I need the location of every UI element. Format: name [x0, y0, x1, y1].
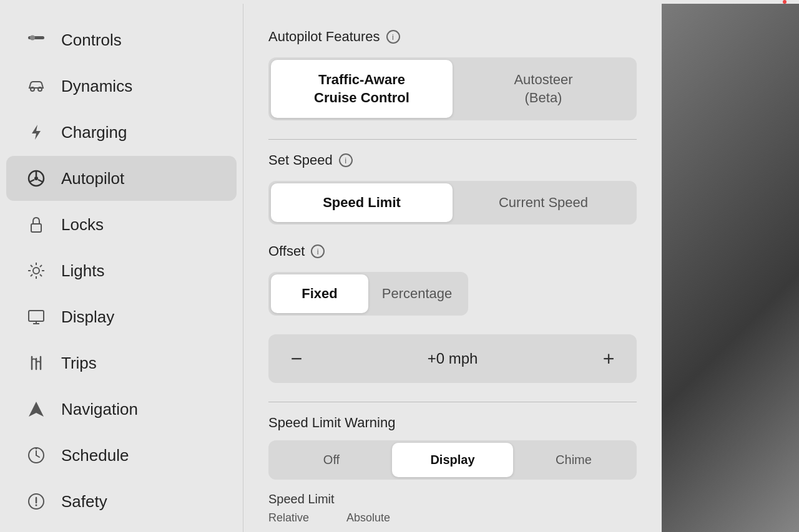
sidebar-item-controls[interactable]: Controls: [6, 17, 237, 62]
warning-off-button[interactable]: Off: [271, 443, 392, 477]
svg-line-8: [38, 180, 43, 182]
right-panel: [662, 4, 799, 532]
sidebar-label-trips: Trips: [61, 354, 97, 373]
svg-point-28: [36, 505, 37, 506]
sidebar-label-safety: Safety: [61, 492, 107, 511]
svg-line-17: [40, 265, 42, 267]
schedule-icon: [25, 444, 47, 467]
autopilot-features-title: Autopilot Features: [268, 29, 380, 45]
svg-line-7: [29, 180, 34, 182]
car-icon: [25, 75, 47, 97]
trips-icon: [25, 352, 47, 374]
offset-title: Offset: [268, 243, 305, 259]
sidebar-label-locks: Locks: [61, 215, 104, 235]
svg-point-1: [30, 36, 35, 41]
sidebar-item-lights[interactable]: Lights: [6, 248, 237, 293]
stepper-plus-button[interactable]: +: [593, 343, 624, 374]
set-speed-header: Set Speed i: [268, 152, 637, 168]
svg-point-10: [33, 268, 39, 274]
toggle-icon: [25, 29, 47, 51]
warning-display-button[interactable]: Display: [392, 443, 513, 477]
tacc-button[interactable]: Traffic-Aware Cruise Control: [271, 60, 453, 118]
svg-line-18: [31, 274, 32, 276]
svg-line-24: [36, 455, 39, 457]
svg-line-16: [40, 274, 42, 276]
svg-rect-9: [31, 224, 41, 232]
set-speed-title: Set Speed: [268, 152, 333, 168]
offset-header: Offset i: [268, 243, 637, 259]
svg-rect-19: [29, 311, 44, 321]
speed-limit-bottom-title: Speed Limit: [268, 492, 637, 506]
svg-point-25: [36, 448, 37, 450]
sidebar-label-charging: Charging: [61, 123, 127, 142]
autopilot-features-info-icon[interactable]: i: [386, 30, 400, 44]
sidebar-label-navigation: Navigation: [61, 400, 138, 419]
sidebar-label-dynamics: Dynamics: [61, 77, 132, 96]
autopilot-features-toggle: Traffic-Aware Cruise Control Autosteer (…: [268, 57, 637, 120]
bolt-icon: [25, 121, 47, 143]
sidebar-item-charging[interactable]: Charging: [6, 110, 237, 155]
sidebar-label-controls: Controls: [61, 31, 122, 50]
divider-2: [268, 402, 637, 402]
main-content: Autopilot Features i Traffic-Aware Cruis…: [243, 4, 662, 532]
steering-icon: [25, 167, 47, 190]
sidebar-item-schedule[interactable]: Schedule: [6, 433, 237, 478]
speed-limit-warning-title: Speed Limit Warning: [268, 415, 637, 431]
sidebar-item-navigation[interactable]: Navigation: [6, 387, 237, 432]
sidebar-item-autopilot[interactable]: Autopilot: [6, 156, 237, 201]
sidebar-item-locks[interactable]: Locks: [6, 202, 237, 247]
set-speed-info-icon[interactable]: i: [339, 153, 353, 167]
sidebar-label-lights: Lights: [61, 261, 104, 281]
set-speed-toggle: Speed Limit Current Speed: [268, 181, 637, 225]
fixed-button[interactable]: Fixed: [271, 274, 368, 313]
lock-icon: [25, 213, 47, 236]
stepper-minus-button[interactable]: −: [281, 343, 312, 374]
autosteer-button[interactable]: Autosteer (Beta): [453, 60, 634, 118]
speed-limit-absolute-label: Absolute: [346, 511, 390, 525]
offset-toggle: Fixed Percentage: [268, 272, 468, 316]
current-speed-button[interactable]: Current Speed: [453, 183, 634, 222]
sidebar-item-dynamics[interactable]: Dynamics: [6, 64, 237, 109]
svg-point-2: [31, 87, 34, 91]
warning-chime-button[interactable]: Chime: [513, 443, 634, 477]
sidebar-item-trips[interactable]: Trips: [6, 341, 237, 385]
speed-limit-warning-toggle: Off Display Chime: [268, 440, 637, 480]
speed-limit-bottom-section: Speed Limit Relative Absolute: [268, 492, 637, 525]
display-icon: [25, 306, 47, 328]
offset-stepper: − +0 mph +: [268, 334, 637, 383]
svg-point-3: [38, 87, 42, 91]
sidebar: Controls Dynamics Charging: [0, 4, 243, 532]
stepper-value: +0 mph: [312, 350, 593, 367]
safety-icon: [25, 490, 47, 513]
sun-icon: [25, 259, 47, 282]
nav-icon: [25, 398, 47, 420]
speed-limit-button[interactable]: Speed Limit: [271, 183, 453, 222]
speed-limit-warning-section: Speed Limit Warning Off Display Chime: [268, 415, 637, 480]
autopilot-features-header: Autopilot Features i: [268, 29, 637, 45]
sidebar-label-autopilot: Autopilot: [61, 169, 124, 188]
svg-point-5: [34, 177, 38, 180]
sidebar-label-display: Display: [61, 307, 114, 327]
speed-limit-relative-label: Relative: [268, 511, 309, 525]
svg-line-15: [31, 265, 32, 267]
divider-1: [268, 139, 637, 140]
sidebar-item-safety[interactable]: Safety: [6, 479, 237, 524]
percentage-button[interactable]: Percentage: [368, 274, 466, 313]
sidebar-item-display[interactable]: Display: [6, 294, 237, 339]
offset-info-icon[interactable]: i: [311, 244, 325, 258]
sidebar-label-schedule: Schedule: [61, 446, 129, 465]
